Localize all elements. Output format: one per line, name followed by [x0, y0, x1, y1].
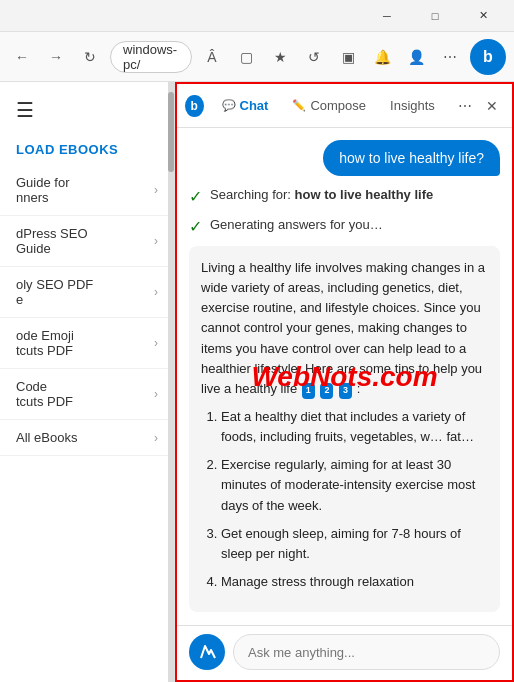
main-layout: ☰ LOAD EBOOKS Guide fornners › dPress SE…: [0, 82, 514, 682]
panel-close-button[interactable]: ✕: [480, 92, 504, 120]
more-options-button[interactable]: ⋯: [453, 92, 477, 120]
user-message-bubble: how to live healthy life?: [323, 140, 500, 176]
bing-panel-logo: b: [185, 95, 204, 117]
tab-compose[interactable]: ✏️ Compose: [282, 92, 376, 119]
chat-tab-label: Chat: [240, 98, 269, 113]
chevron-right-icon: ›: [154, 234, 158, 248]
chevron-right-icon: ›: [154, 183, 158, 197]
compose-tab-label: Compose: [310, 98, 366, 113]
list-item[interactable]: Guide fornners ›: [0, 165, 174, 216]
list-item: Get enough sleep, aiming for 7-8 hours o…: [221, 524, 488, 564]
list-item[interactable]: All eBooks ›: [0, 420, 174, 456]
list-item: Exercise regularly, aiming for at least …: [221, 455, 488, 515]
sidebar-item-label: oly SEO PDFe: [16, 277, 93, 307]
maximize-button[interactable]: □: [412, 0, 458, 32]
insights-tab-label: Insights: [390, 98, 435, 113]
scrollbar-thumb[interactable]: [168, 92, 174, 172]
sidebar-item-label: All eBooks: [16, 430, 77, 445]
bing-logo: b: [483, 48, 493, 66]
scrollbar[interactable]: [168, 82, 174, 682]
browser-chrome: ← → ↻ windows-pc/ Â ▢ ★ ↺ ▣ 🔔 👤 ⋯ b: [0, 32, 514, 82]
refresh-button[interactable]: ↻: [76, 43, 104, 71]
chevron-right-icon: ›: [154, 387, 158, 401]
list-item[interactable]: Codetcuts PDF ›: [0, 369, 174, 420]
chevron-right-icon: ›: [154, 431, 158, 445]
bing-input-icon: [189, 634, 225, 670]
sidebar: ☰ LOAD EBOOKS Guide fornners › dPress SE…: [0, 82, 175, 682]
status-searching-text: Searching for: how to live healthy life: [210, 186, 433, 204]
chevron-right-icon: ›: [154, 285, 158, 299]
ref-badge-2[interactable]: 2: [320, 383, 333, 399]
list-item: Manage stress through relaxation: [221, 572, 488, 592]
forward-button[interactable]: →: [42, 43, 70, 71]
chat-content: WebNots.com how to live healthy life? ✓ …: [177, 128, 512, 625]
check-icon: ✓: [189, 187, 202, 206]
answer-intro-text: Living a healthy life involves making ch…: [201, 258, 488, 399]
read-mode-button[interactable]: Â: [198, 43, 226, 71]
address-text: windows-pc/: [123, 42, 179, 72]
sidebar-item-label: Guide fornners: [16, 175, 69, 205]
back-button[interactable]: ←: [8, 43, 36, 71]
notifications-button[interactable]: 🔔: [368, 43, 396, 71]
bing-button[interactable]: b: [470, 39, 506, 75]
user-message-text: how to live healthy life?: [339, 150, 484, 166]
status-generating: ✓ Generating answers for you…: [189, 216, 500, 236]
answer-box: Living a healthy life involves making ch…: [189, 246, 500, 612]
settings-button[interactable]: ⋯: [436, 43, 464, 71]
profile-button[interactable]: 👤: [402, 43, 430, 71]
titlebar: ─ □ ✕: [0, 0, 514, 32]
ref-badge-3[interactable]: 3: [339, 383, 352, 399]
hamburger-menu[interactable]: ☰: [0, 82, 174, 130]
sidebar-item-label: ode Emojitcuts PDF: [16, 328, 74, 358]
chevron-right-icon: ›: [154, 336, 158, 350]
sidebar-section-title: LOAD EBOOKS: [0, 130, 174, 165]
tab-insights[interactable]: Insights: [380, 92, 445, 119]
chat-tab-icon: 💬: [222, 99, 236, 112]
list-item[interactable]: oly SEO PDFe ›: [0, 267, 174, 318]
panel-header: b 💬 Chat ✏️ Compose Insights ⋯ ✕: [177, 84, 512, 128]
status-searching: ✓ Searching for: how to live healthy lif…: [189, 186, 500, 206]
tab-chat[interactable]: 💬 Chat: [212, 92, 279, 119]
chat-input[interactable]: [233, 634, 500, 670]
sidebar-item-label: Codetcuts PDF: [16, 379, 73, 409]
collections-button[interactable]: ▣: [334, 43, 362, 71]
search-query: how to live healthy life: [295, 187, 434, 202]
favorites-button[interactable]: ★: [266, 43, 294, 71]
list-item[interactable]: dPress SEOGuide ›: [0, 216, 174, 267]
close-button[interactable]: ✕: [460, 0, 506, 32]
check-icon-2: ✓: [189, 217, 202, 236]
address-bar[interactable]: windows-pc/: [110, 41, 192, 73]
input-area: [177, 625, 512, 680]
sidebar-item-label: dPress SEOGuide: [16, 226, 88, 256]
tips-list: Eat a healthy diet that includes a varie…: [201, 407, 488, 592]
history-button[interactable]: ↺: [300, 43, 328, 71]
ref-badge-1[interactable]: 1: [302, 383, 315, 399]
tab-manager-button[interactable]: ▢: [232, 43, 260, 71]
bing-panel: b 💬 Chat ✏️ Compose Insights ⋯ ✕ WebNots…: [175, 82, 514, 682]
list-item[interactable]: ode Emojitcuts PDF ›: [0, 318, 174, 369]
status-generating-text: Generating answers for you…: [210, 216, 383, 234]
compose-tab-icon: ✏️: [292, 99, 306, 112]
list-item: Eat a healthy diet that includes a varie…: [221, 407, 488, 447]
minimize-button[interactable]: ─: [364, 0, 410, 32]
